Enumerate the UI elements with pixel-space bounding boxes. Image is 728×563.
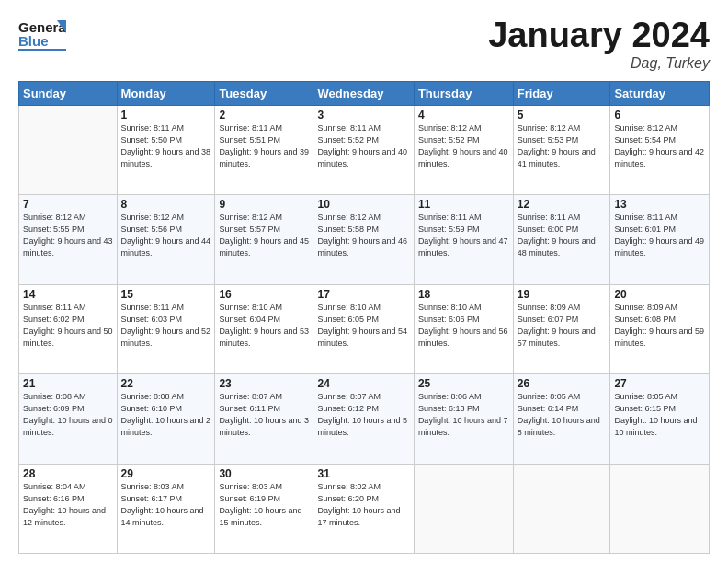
calendar-table: Sunday Monday Tuesday Wednesday Thursday… — [18, 81, 710, 554]
day-number: 3 — [317, 109, 409, 121]
cell-4-6 — [610, 464, 710, 553]
header-row: Sunday Monday Tuesday Wednesday Thursday… — [19, 81, 710, 105]
day-info: Sunrise: 8:12 AMSunset: 5:57 PMDaylight:… — [219, 212, 309, 259]
day-number: 18 — [418, 288, 509, 301]
col-thursday: Thursday — [414, 81, 513, 105]
week-row-4: 28Sunrise: 8:04 AMSunset: 6:16 PMDayligh… — [19, 464, 710, 553]
day-info: Sunrise: 8:11 AMSunset: 6:02 PMDaylight:… — [23, 302, 113, 350]
day-info: Sunrise: 8:12 AMSunset: 5:56 PMDaylight:… — [121, 212, 211, 259]
day-info: Sunrise: 8:11 AMSunset: 5:52 PMDaylight:… — [317, 122, 409, 170]
cell-2-1: 15Sunrise: 8:11 AMSunset: 6:03 PMDayligh… — [117, 284, 215, 373]
day-info: Sunrise: 8:11 AMSunset: 6:03 PMDaylight:… — [121, 302, 211, 350]
day-number: 19 — [518, 288, 607, 301]
day-info: Sunrise: 8:05 AMSunset: 6:15 PMDaylight:… — [614, 391, 705, 439]
day-info: Sunrise: 8:12 AMSunset: 5:58 PMDaylight:… — [317, 212, 409, 259]
day-info: Sunrise: 8:03 AMSunset: 6:19 PMDaylight:… — [219, 481, 309, 529]
day-number: 28 — [23, 467, 113, 480]
cell-3-0: 21Sunrise: 8:08 AMSunset: 6:09 PMDayligh… — [19, 374, 118, 464]
day-number: 31 — [317, 467, 409, 480]
col-monday: Monday — [117, 81, 215, 105]
cell-2-6: 20Sunrise: 8:09 AMSunset: 6:08 PMDayligh… — [610, 284, 710, 373]
cell-3-6: 27Sunrise: 8:05 AMSunset: 6:15 PMDayligh… — [610, 374, 710, 464]
logo: General Blue — [18, 17, 66, 52]
col-friday: Friday — [513, 81, 610, 105]
cell-2-4: 18Sunrise: 8:10 AMSunset: 6:06 PMDayligh… — [414, 284, 513, 373]
day-info: Sunrise: 8:08 AMSunset: 6:10 PMDaylight:… — [121, 391, 211, 439]
week-row-3: 21Sunrise: 8:08 AMSunset: 6:09 PMDayligh… — [19, 374, 710, 464]
cell-4-5 — [513, 464, 610, 553]
day-info: Sunrise: 8:07 AMSunset: 6:11 PMDaylight:… — [219, 391, 309, 439]
cell-4-3: 31Sunrise: 8:02 AMSunset: 6:20 PMDayligh… — [313, 464, 414, 553]
day-number: 8 — [121, 198, 211, 211]
col-wednesday: Wednesday — [313, 81, 414, 105]
logo-svg: General Blue — [18, 17, 66, 52]
cell-0-0 — [19, 105, 118, 194]
day-number: 21 — [23, 377, 113, 390]
day-info: Sunrise: 8:11 AMSunset: 6:01 PMDaylight:… — [614, 212, 705, 259]
cell-4-2: 30Sunrise: 8:03 AMSunset: 6:19 PMDayligh… — [215, 464, 313, 553]
day-info: Sunrise: 8:12 AMSunset: 5:52 PMDaylight:… — [418, 122, 509, 170]
day-info: Sunrise: 8:10 AMSunset: 6:06 PMDaylight:… — [418, 302, 509, 350]
day-number: 20 — [614, 288, 705, 301]
day-info: Sunrise: 8:10 AMSunset: 6:05 PMDaylight:… — [317, 302, 409, 350]
day-number: 29 — [121, 467, 211, 480]
subtitle: Dag, Turkey — [488, 55, 710, 72]
day-info: Sunrise: 8:11 AMSunset: 6:00 PMDaylight:… — [518, 212, 607, 259]
week-row-2: 14Sunrise: 8:11 AMSunset: 6:02 PMDayligh… — [19, 284, 710, 373]
day-number: 17 — [317, 288, 409, 301]
day-info: Sunrise: 8:12 AMSunset: 5:55 PMDaylight:… — [23, 212, 113, 259]
calendar-body: 1Sunrise: 8:11 AMSunset: 5:50 PMDaylight… — [19, 105, 710, 553]
day-number: 2 — [219, 109, 309, 121]
col-saturday: Saturday — [610, 81, 710, 105]
day-number: 26 — [518, 377, 607, 390]
cell-0-5: 5Sunrise: 8:12 AMSunset: 5:53 PMDaylight… — [513, 105, 610, 194]
day-number: 22 — [121, 377, 211, 390]
cell-0-2: 2Sunrise: 8:11 AMSunset: 5:51 PMDaylight… — [215, 105, 313, 194]
day-info: Sunrise: 8:11 AMSunset: 5:51 PMDaylight:… — [219, 122, 309, 170]
day-info: Sunrise: 8:12 AMSunset: 5:54 PMDaylight:… — [614, 122, 705, 170]
day-info: Sunrise: 8:04 AMSunset: 6:16 PMDaylight:… — [23, 481, 113, 529]
cell-4-0: 28Sunrise: 8:04 AMSunset: 6:16 PMDayligh… — [19, 464, 118, 553]
week-row-1: 7Sunrise: 8:12 AMSunset: 5:55 PMDaylight… — [19, 195, 710, 284]
day-number: 4 — [418, 109, 509, 121]
logo-wrapper: General Blue — [18, 17, 66, 52]
page: General Blue January 2024 Dag, Turkey Su… — [0, 0, 728, 563]
day-number: 25 — [418, 377, 509, 390]
col-tuesday: Tuesday — [215, 81, 313, 105]
day-number: 23 — [219, 377, 309, 390]
day-info: Sunrise: 8:07 AMSunset: 6:12 PMDaylight:… — [317, 391, 409, 439]
cell-2-3: 17Sunrise: 8:10 AMSunset: 6:05 PMDayligh… — [313, 284, 414, 373]
cell-3-1: 22Sunrise: 8:08 AMSunset: 6:10 PMDayligh… — [117, 374, 215, 464]
day-number: 30 — [219, 467, 309, 480]
day-number: 6 — [614, 109, 705, 121]
day-number: 27 — [614, 377, 705, 390]
day-info: Sunrise: 8:03 AMSunset: 6:17 PMDaylight:… — [121, 481, 211, 529]
day-number: 1 — [121, 109, 211, 121]
cell-1-6: 13Sunrise: 8:11 AMSunset: 6:01 PMDayligh… — [610, 195, 710, 284]
day-number: 15 — [121, 288, 211, 301]
cell-1-5: 12Sunrise: 8:11 AMSunset: 6:00 PMDayligh… — [513, 195, 610, 284]
day-info: Sunrise: 8:11 AMSunset: 5:59 PMDaylight:… — [418, 212, 509, 259]
cell-3-2: 23Sunrise: 8:07 AMSunset: 6:11 PMDayligh… — [215, 374, 313, 464]
day-info: Sunrise: 8:12 AMSunset: 5:53 PMDaylight:… — [518, 122, 607, 170]
cell-4-4 — [414, 464, 513, 553]
month-title: January 2024 — [488, 17, 710, 55]
cell-2-2: 16Sunrise: 8:10 AMSunset: 6:04 PMDayligh… — [215, 284, 313, 373]
day-info: Sunrise: 8:02 AMSunset: 6:20 PMDaylight:… — [317, 481, 409, 529]
day-number: 11 — [418, 198, 509, 211]
cell-3-4: 25Sunrise: 8:06 AMSunset: 6:13 PMDayligh… — [414, 374, 513, 464]
cell-3-3: 24Sunrise: 8:07 AMSunset: 6:12 PMDayligh… — [313, 374, 414, 464]
day-info: Sunrise: 8:06 AMSunset: 6:13 PMDaylight:… — [418, 391, 509, 439]
cell-1-2: 9Sunrise: 8:12 AMSunset: 5:57 PMDaylight… — [215, 195, 313, 284]
day-number: 5 — [518, 109, 607, 121]
cell-0-1: 1Sunrise: 8:11 AMSunset: 5:50 PMDaylight… — [117, 105, 215, 194]
day-number: 16 — [219, 288, 309, 301]
day-number: 7 — [23, 198, 113, 211]
cell-1-0: 7Sunrise: 8:12 AMSunset: 5:55 PMDaylight… — [19, 195, 118, 284]
day-number: 9 — [219, 198, 309, 211]
day-info: Sunrise: 8:11 AMSunset: 5:50 PMDaylight:… — [121, 122, 211, 170]
day-number: 13 — [614, 198, 705, 211]
day-info: Sunrise: 8:09 AMSunset: 6:07 PMDaylight:… — [518, 302, 607, 350]
cell-2-0: 14Sunrise: 8:11 AMSunset: 6:02 PMDayligh… — [19, 284, 118, 373]
cell-2-5: 19Sunrise: 8:09 AMSunset: 6:07 PMDayligh… — [513, 284, 610, 373]
